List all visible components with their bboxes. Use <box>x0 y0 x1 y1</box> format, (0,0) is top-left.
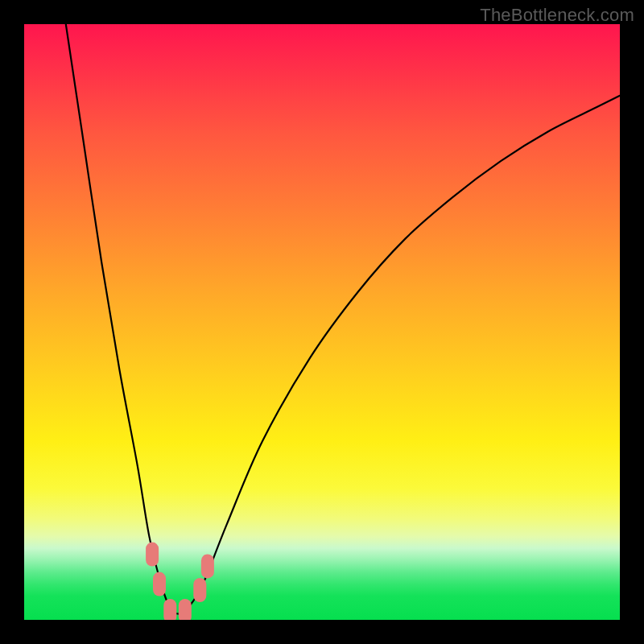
marker-right-1 <box>193 578 206 602</box>
chart-frame: TheBottleneck.com <box>0 0 644 644</box>
marker-left-1 <box>146 543 159 567</box>
marker-trough-1 <box>163 599 176 620</box>
curve-svg <box>24 24 620 620</box>
plot-area <box>24 24 620 620</box>
bottleneck-curve <box>66 24 620 614</box>
marker-left-2 <box>153 572 166 597</box>
marker-right-2 <box>201 554 214 578</box>
marker-trough-2 <box>179 599 192 620</box>
watermark-text: TheBottleneck.com <box>480 5 634 26</box>
marker-group <box>146 543 214 620</box>
